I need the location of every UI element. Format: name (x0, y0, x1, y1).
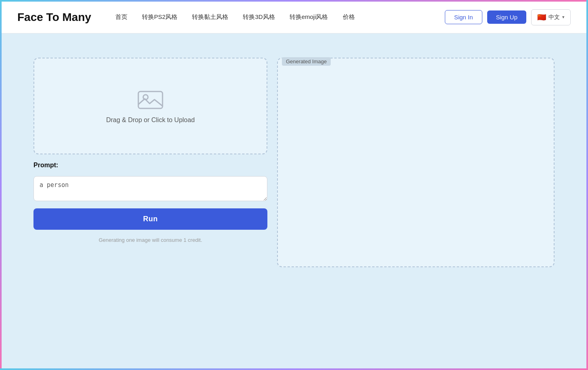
right-panel: Generated Image (277, 58, 555, 267)
nav-clay[interactable]: 转换黏土风格 (192, 13, 228, 21)
header-actions: Sign In Sign Up 🇨🇳 中文 ▾ (445, 9, 571, 25)
svg-rect-0 (138, 91, 163, 108)
nav-price[interactable]: 价格 (343, 13, 355, 21)
prompt-label: Prompt: (33, 162, 267, 169)
run-button[interactable]: Run (33, 208, 267, 230)
nav-3d[interactable]: 转换3D风格 (243, 13, 275, 21)
nav-emoji[interactable]: 转换emoji风格 (290, 13, 328, 21)
flag-icon: 🇨🇳 (537, 13, 546, 22)
credit-note: Generating one image will consume 1 cred… (33, 237, 267, 243)
upload-text: Drag & Drop or Click to Upload (106, 116, 195, 124)
signin-button[interactable]: Sign In (445, 10, 482, 24)
image-upload-icon (138, 88, 163, 110)
generated-image-label: Generated Image (282, 57, 331, 66)
lang-label: 中文 (548, 14, 560, 21)
header: Face To Many 首页 转换PS2风格 转换黏土风格 转换3D风格 转换… (1, 1, 587, 33)
chevron-down-icon: ▾ (562, 15, 565, 20)
generated-image-box (277, 58, 555, 267)
language-selector[interactable]: 🇨🇳 中文 ▾ (531, 9, 571, 25)
content-grid: Drag & Drop or Click to Upload Prompt: a… (33, 58, 555, 267)
nav-home[interactable]: 首页 (115, 13, 127, 21)
main-content: Drag & Drop or Click to Upload Prompt: a… (1, 33, 587, 370)
prompt-input[interactable]: a person (33, 176, 267, 201)
upload-zone[interactable]: Drag & Drop or Click to Upload (33, 58, 267, 154)
nav-ps2[interactable]: 转换PS2风格 (142, 13, 177, 21)
left-panel: Drag & Drop or Click to Upload Prompt: a… (33, 58, 267, 267)
signup-button[interactable]: Sign Up (487, 10, 526, 24)
logo: Face To Many (17, 11, 91, 24)
navigation: 首页 转换PS2风格 转换黏土风格 转换3D风格 转换emoji风格 价格 (115, 13, 445, 21)
